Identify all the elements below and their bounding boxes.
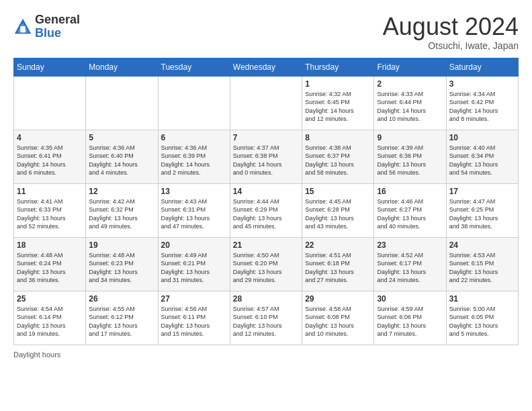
col-header-tuesday: Tuesday	[158, 58, 230, 76]
day-number: 3	[449, 79, 515, 89]
day-number: 21	[233, 240, 299, 250]
day-cell: 15Sunrise: 4:45 AM Sunset: 6:28 PM Dayli…	[302, 183, 374, 237]
day-number: 1	[305, 79, 371, 89]
day-info: Sunrise: 4:47 AM Sunset: 6:25 PM Dayligh…	[449, 197, 515, 231]
col-header-friday: Friday	[374, 58, 446, 76]
day-number: 29	[305, 294, 371, 304]
day-info: Sunrise: 4:48 AM Sunset: 6:24 PM Dayligh…	[17, 251, 83, 285]
day-cell: 13Sunrise: 4:43 AM Sunset: 6:31 PM Dayli…	[158, 183, 230, 237]
day-info: Sunrise: 4:36 AM Sunset: 6:39 PM Dayligh…	[161, 144, 227, 177]
day-number: 27	[161, 294, 227, 304]
day-info: Sunrise: 4:45 AM Sunset: 6:28 PM Dayligh…	[305, 197, 371, 231]
day-info: Sunrise: 4:37 AM Sunset: 6:38 PM Dayligh…	[233, 144, 299, 177]
day-cell: 21Sunrise: 4:50 AM Sunset: 6:20 PM Dayli…	[230, 237, 302, 291]
logo-icon	[13, 17, 32, 36]
title-block: August 2024 Otsuchi, Iwate, Japan	[383, 13, 519, 51]
day-info: Sunrise: 4:58 AM Sunset: 6:08 PM Dayligh…	[305, 305, 371, 338]
day-number: 24	[449, 240, 515, 250]
day-cell	[158, 76, 230, 130]
day-cell	[230, 76, 302, 130]
day-info: Sunrise: 4:53 AM Sunset: 6:15 PM Dayligh…	[449, 251, 515, 285]
col-header-sunday: Sunday	[14, 58, 86, 76]
day-cell: 17Sunrise: 4:47 AM Sunset: 6:25 PM Dayli…	[446, 183, 518, 237]
day-info: Sunrise: 4:39 AM Sunset: 6:36 PM Dayligh…	[377, 144, 443, 177]
day-cell: 23Sunrise: 4:52 AM Sunset: 6:17 PM Dayli…	[374, 237, 446, 291]
day-info: Sunrise: 4:40 AM Sunset: 6:34 PM Dayligh…	[449, 144, 515, 177]
day-info: Sunrise: 4:59 AM Sunset: 6:06 PM Dayligh…	[377, 305, 443, 338]
location-text: Otsuchi, Iwate, Japan	[383, 40, 519, 51]
day-info: Sunrise: 4:46 AM Sunset: 6:27 PM Dayligh…	[377, 197, 443, 231]
day-number: 14	[233, 187, 299, 196]
day-info: Sunrise: 4:34 AM Sunset: 6:42 PM Dayligh…	[449, 90, 515, 124]
day-cell: 31Sunrise: 5:00 AM Sunset: 6:05 PM Dayli…	[446, 291, 518, 345]
day-cell	[86, 76, 158, 130]
day-cell: 5Sunrise: 4:36 AM Sunset: 6:40 PM Daylig…	[86, 130, 158, 183]
day-cell: 20Sunrise: 4:49 AM Sunset: 6:21 PM Dayli…	[158, 237, 230, 291]
col-header-wednesday: Wednesday	[230, 58, 302, 76]
day-number: 18	[17, 240, 83, 250]
day-info: Sunrise: 4:42 AM Sunset: 6:32 PM Dayligh…	[89, 197, 154, 231]
day-number: 22	[305, 240, 371, 250]
day-info: Sunrise: 4:57 AM Sunset: 6:10 PM Dayligh…	[233, 305, 299, 338]
day-cell: 30Sunrise: 4:59 AM Sunset: 6:06 PM Dayli…	[374, 291, 446, 345]
day-info: Sunrise: 4:56 AM Sunset: 6:11 PM Dayligh…	[161, 305, 227, 338]
day-info: Sunrise: 4:51 AM Sunset: 6:18 PM Dayligh…	[305, 251, 371, 285]
day-cell: 28Sunrise: 4:57 AM Sunset: 6:10 PM Dayli…	[230, 291, 302, 345]
day-info: Sunrise: 4:48 AM Sunset: 6:23 PM Dayligh…	[89, 251, 154, 285]
col-header-saturday: Saturday	[446, 58, 518, 76]
day-number: 6	[161, 133, 227, 142]
day-info: Sunrise: 4:43 AM Sunset: 6:31 PM Dayligh…	[161, 197, 227, 231]
svg-rect-2	[20, 26, 25, 32]
day-cell: 9Sunrise: 4:39 AM Sunset: 6:36 PM Daylig…	[374, 130, 446, 183]
day-info: Sunrise: 4:41 AM Sunset: 6:33 PM Dayligh…	[17, 197, 83, 231]
day-cell: 26Sunrise: 4:55 AM Sunset: 6:12 PM Dayli…	[86, 291, 158, 345]
day-info: Sunrise: 5:00 AM Sunset: 6:05 PM Dayligh…	[449, 305, 515, 338]
day-number: 30	[377, 294, 443, 304]
day-number: 7	[233, 133, 299, 142]
day-info: Sunrise: 4:33 AM Sunset: 6:44 PM Dayligh…	[377, 90, 443, 124]
day-info: Sunrise: 4:55 AM Sunset: 6:12 PM Dayligh…	[89, 305, 154, 338]
week-row-1: 1Sunrise: 4:32 AM Sunset: 6:45 PM Daylig…	[14, 76, 519, 130]
day-info: Sunrise: 4:35 AM Sunset: 6:41 PM Dayligh…	[17, 144, 83, 177]
day-number: 15	[305, 187, 371, 196]
day-cell: 19Sunrise: 4:48 AM Sunset: 6:23 PM Dayli…	[86, 237, 158, 291]
day-number: 10	[449, 133, 515, 142]
day-cell: 24Sunrise: 4:53 AM Sunset: 6:15 PM Dayli…	[446, 237, 518, 291]
day-cell	[14, 76, 86, 130]
day-number: 25	[17, 294, 83, 304]
day-info: Sunrise: 4:44 AM Sunset: 6:29 PM Dayligh…	[233, 197, 299, 231]
day-cell: 2Sunrise: 4:33 AM Sunset: 6:44 PM Daylig…	[374, 76, 446, 130]
day-info: Sunrise: 4:54 AM Sunset: 6:14 PM Dayligh…	[17, 305, 83, 338]
logo: General Blue	[13, 13, 80, 40]
calendar-table: SundayMondayTuesdayWednesdayThursdayFrid…	[13, 58, 519, 345]
day-cell: 27Sunrise: 4:56 AM Sunset: 6:11 PM Dayli…	[158, 291, 230, 345]
col-header-thursday: Thursday	[302, 58, 374, 76]
week-row-5: 25Sunrise: 4:54 AM Sunset: 6:14 PM Dayli…	[14, 291, 519, 345]
day-cell: 3Sunrise: 4:34 AM Sunset: 6:42 PM Daylig…	[446, 76, 518, 130]
day-cell: 25Sunrise: 4:54 AM Sunset: 6:14 PM Dayli…	[14, 291, 86, 345]
day-number: 19	[89, 240, 154, 250]
day-number: 16	[377, 187, 443, 196]
day-cell: 29Sunrise: 4:58 AM Sunset: 6:08 PM Dayli…	[302, 291, 374, 345]
day-cell: 16Sunrise: 4:46 AM Sunset: 6:27 PM Dayli…	[374, 183, 446, 237]
day-number: 28	[233, 294, 299, 304]
daylight-label: Daylight hours	[13, 351, 60, 359]
day-info: Sunrise: 4:36 AM Sunset: 6:40 PM Dayligh…	[89, 144, 154, 177]
day-cell: 1Sunrise: 4:32 AM Sunset: 6:45 PM Daylig…	[302, 76, 374, 130]
logo-blue-text: Blue	[35, 26, 61, 40]
day-number: 8	[305, 133, 371, 142]
day-number: 12	[89, 187, 154, 196]
day-cell: 7Sunrise: 4:37 AM Sunset: 6:38 PM Daylig…	[230, 130, 302, 183]
day-number: 17	[449, 187, 515, 196]
col-header-monday: Monday	[86, 58, 158, 76]
day-cell: 12Sunrise: 4:42 AM Sunset: 6:32 PM Dayli…	[86, 183, 158, 237]
day-number: 4	[17, 133, 83, 142]
day-number: 23	[377, 240, 443, 250]
logo-general-text: General	[35, 13, 80, 26]
day-cell: 18Sunrise: 4:48 AM Sunset: 6:24 PM Dayli…	[14, 237, 86, 291]
day-cell: 22Sunrise: 4:51 AM Sunset: 6:18 PM Dayli…	[302, 237, 374, 291]
day-number: 31	[449, 294, 515, 304]
day-header-row: SundayMondayTuesdayWednesdayThursdayFrid…	[14, 58, 519, 76]
day-number: 20	[161, 240, 227, 250]
day-cell: 11Sunrise: 4:41 AM Sunset: 6:33 PM Dayli…	[14, 183, 86, 237]
